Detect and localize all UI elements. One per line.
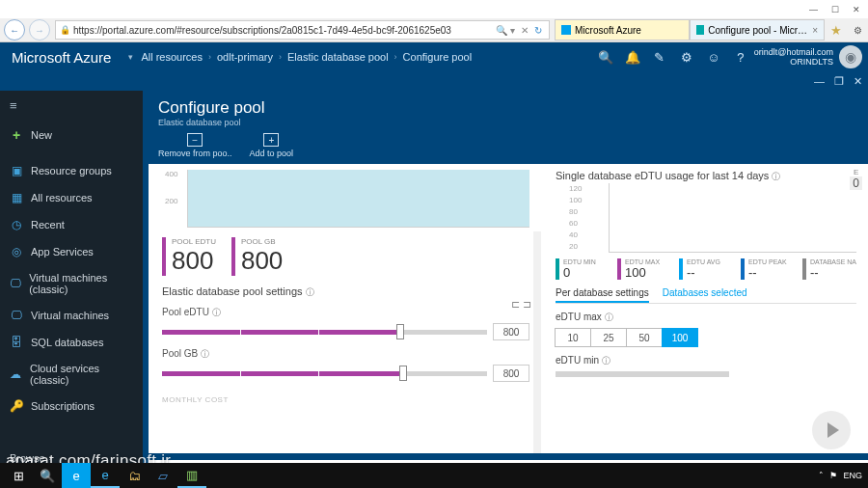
info-icon[interactable]: ⓘ <box>212 308 221 317</box>
tray-up-icon[interactable]: ˄ <box>819 471 824 480</box>
sidebar-item-recent[interactable]: ◷Recent <box>0 211 143 238</box>
back-button[interactable]: ← <box>4 19 25 41</box>
slider-thumb[interactable] <box>396 324 404 339</box>
breadcrumb[interactable]: Configure pool <box>401 51 475 63</box>
range-icon[interactable]: ⊏ ⊐ <box>511 298 531 311</box>
info-icon[interactable]: ⓘ <box>772 172 780 181</box>
slider-thumb[interactable] <box>399 366 407 381</box>
refresh-icon[interactable]: ↻ <box>531 25 545 36</box>
feedback-icon[interactable]: ☺ <box>700 50 727 65</box>
remove-from-pool-button[interactable]: − Remove from poo.. <box>158 133 232 158</box>
taskbar-search-icon[interactable]: 🔍 <box>33 463 62 488</box>
database-usage-panel: Single database eDTU usage for last 14 d… <box>544 164 868 453</box>
sidebar-new-button[interactable]: + New <box>0 121 143 149</box>
window-maximize-button[interactable]: ☐ <box>831 5 839 14</box>
blade-close-button[interactable]: ✕ <box>854 75 862 88</box>
taskbar-powershell-icon[interactable]: ▱ <box>149 463 177 488</box>
help-icon[interactable]: ? <box>727 50 754 65</box>
browser-tab[interactable]: Microsoft Azure <box>555 19 690 41</box>
edtu-max-label: eDTU max <box>556 312 602 322</box>
seg-option[interactable]: 50 <box>626 328 663 347</box>
chevron-right-icon: › <box>49 453 52 463</box>
info-icon[interactable]: ⓘ <box>602 356 610 366</box>
taskbar-ie-running-icon[interactable]: e <box>91 463 120 488</box>
cloud-icon: ☁ <box>10 367 22 381</box>
window-close-button[interactable]: ✕ <box>853 5 860 14</box>
lock-icon: 🔒 <box>60 25 70 35</box>
settings-icon[interactable]: ⚙ <box>673 50 700 65</box>
search-icon[interactable]: 🔍 <box>496 25 507 36</box>
monitor-icon: 🖵 <box>10 277 21 290</box>
info-icon[interactable]: ⓘ <box>201 349 209 359</box>
pool-gb-slider[interactable] <box>162 371 487 376</box>
tab-close-icon[interactable]: × <box>812 25 818 36</box>
seg-option[interactable]: 25 <box>590 328 627 347</box>
account-email: orindlt@hotmail.com <box>754 47 833 57</box>
search-icon[interactable]: 🔍 <box>592 50 619 65</box>
tab-per-database-settings[interactable]: Per database settings <box>556 287 649 303</box>
db-usage-chart <box>609 183 856 253</box>
blade-title: Configure pool <box>158 98 853 118</box>
blade-maximize-button[interactable]: ❐ <box>834 75 844 88</box>
tray-flag-icon[interactable]: ⚑ <box>829 471 837 480</box>
info-icon[interactable]: ⓘ <box>605 312 613 322</box>
pool-gb-value[interactable]: 800 <box>493 365 529 382</box>
info-icon[interactable]: ⓘ <box>306 287 314 297</box>
pool-edtu-slider[interactable] <box>162 330 487 335</box>
vertical-scrollbar[interactable] <box>533 231 541 453</box>
window-titlebar: — ☐ ✕ <box>0 0 868 18</box>
remove-icon: − <box>187 133 203 147</box>
panel-title: Single database eDTU usage for last 14 d… <box>556 170 769 181</box>
seg-option-selected[interactable]: 100 <box>662 328 698 347</box>
plus-icon: + <box>10 127 23 143</box>
windows-taskbar: ⊞ 🔍 e e 🗂 ▱ ▥ ˄ ⚑ ENG <box>0 463 868 488</box>
sidebar-item-all-resources[interactable]: ▦All resources <box>0 184 143 211</box>
pool-edtu-value[interactable]: 800 <box>493 323 529 340</box>
azure-favicon-icon <box>561 25 571 35</box>
grid-icon: ▦ <box>10 191 23 204</box>
stop-icon[interactable]: ✕ <box>518 25 531 36</box>
taskbar-lang[interactable]: ENG <box>843 471 862 480</box>
breadcrumb[interactable]: Elastic database pool <box>285 51 391 63</box>
forward-button[interactable]: → <box>29 19 50 41</box>
seg-option[interactable]: 10 <box>555 328 591 347</box>
chevron-down-icon[interactable]: ▾ <box>122 52 139 62</box>
notifications-icon[interactable]: 🔔 <box>619 50 646 65</box>
account-menu[interactable]: orindlt@hotmail.com ORINDLTS ◉ <box>754 45 868 68</box>
play-overlay-icon[interactable] <box>812 411 851 449</box>
new-tab-icon[interactable]: ✎ <box>646 50 673 65</box>
blade-minimize-button[interactable]: — <box>814 75 825 87</box>
browser-tab[interactable]: Configure pool - Microsoft ... × <box>690 19 825 41</box>
sidebar-item-resource-groups[interactable]: ▣Resource groups <box>0 157 143 184</box>
sidebar-item-cloud-classic[interactable]: ☁Cloud services (classic) <box>0 356 143 393</box>
browser-toolbar: ← → 🔒 https://portal.azure.com/#resource… <box>0 18 868 42</box>
blade-content: Configure pool Elastic database pool − R… <box>143 91 868 483</box>
sidebar-item-sql[interactable]: 🗄SQL databases <box>0 329 143 356</box>
tools-icon[interactable]: ⚙ <box>848 25 868 36</box>
taskbar-app-icon[interactable]: ▥ <box>177 463 206 488</box>
portal-sidebar: ≡ + New ▣Resource groups ▦All resources … <box>0 91 143 483</box>
tab-databases-selected[interactable]: Databases selected <box>663 287 747 303</box>
start-button[interactable]: ⊞ <box>4 463 33 488</box>
address-bar[interactable]: 🔒 https://portal.azure.com/#resource/sub… <box>55 20 550 40</box>
add-to-pool-button[interactable]: + Add to pool <box>250 133 294 158</box>
edtu-max-segmented[interactable]: 10 25 50 100 <box>556 328 856 347</box>
taskbar-explorer-icon[interactable]: 🗂 <box>120 463 149 488</box>
taskbar-ie-icon[interactable]: e <box>62 463 91 488</box>
breadcrumb[interactable]: All resources <box>139 51 204 63</box>
sidebar-item-vm[interactable]: 🖵Virtual machines <box>0 302 143 329</box>
slider-label: Pool GB <box>162 348 198 359</box>
window-minimize-button[interactable]: — <box>809 5 818 14</box>
favicon-icon <box>696 25 704 35</box>
blade-subtitle: Elastic database pool <box>158 118 853 127</box>
portal-logo[interactable]: Microsoft Azure <box>0 49 122 66</box>
sidebar-item-app-services[interactable]: ◎App Services <box>0 238 143 265</box>
breadcrumb[interactable]: odlt-primary <box>215 51 275 63</box>
sidebar-item-subscriptions[interactable]: 🔑Subscriptions <box>0 393 143 420</box>
globe-icon: ◎ <box>10 245 23 258</box>
sidebar-item-vm-classic[interactable]: 🖵Virtual machines (classic) <box>0 265 143 302</box>
key-icon: 🔑 <box>10 399 23 413</box>
favorites-icon[interactable]: ★ <box>825 23 848 38</box>
hamburger-icon[interactable]: ≡ <box>0 91 143 121</box>
edtu-min-slider[interactable] <box>556 371 729 377</box>
